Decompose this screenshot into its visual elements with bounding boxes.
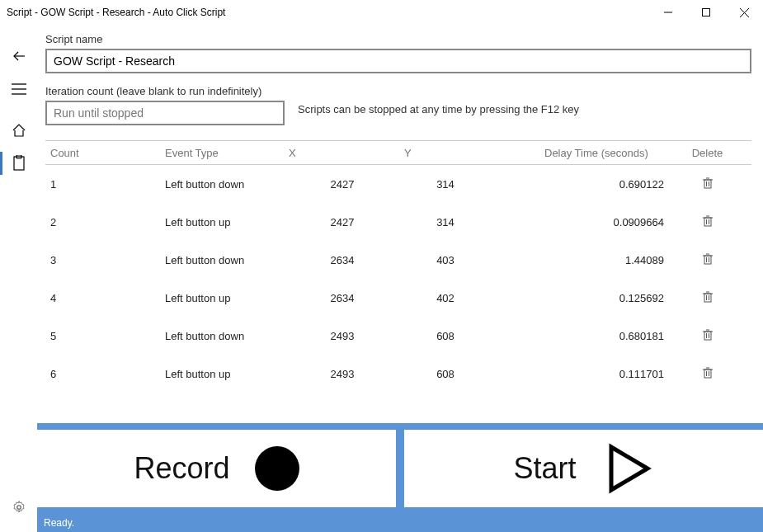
cell-event: Left button down	[165, 254, 289, 266]
cell-x: 2493	[289, 330, 404, 342]
header-delete: Delete	[672, 147, 742, 159]
start-button[interactable]: Start	[404, 430, 763, 507]
cell-count: 4	[45, 292, 165, 304]
cell-count: 5	[45, 330, 165, 342]
cell-delay: 0.0909664	[544, 216, 672, 228]
cell-count: 2	[45, 216, 165, 228]
table-header: Count Event Type X Y Delay Time (seconds…	[45, 140, 751, 165]
cell-y: 402	[404, 292, 544, 304]
cell-delete	[672, 215, 742, 229]
cell-event: Left button up	[165, 368, 289, 380]
settings-button[interactable]	[0, 491, 37, 524]
cell-delay: 0.111701	[544, 368, 672, 380]
script-name-input[interactable]	[45, 49, 751, 73]
svg-rect-16	[704, 218, 711, 226]
main-panel: Script name Iteration count (leave blank…	[37, 25, 763, 532]
svg-rect-1	[703, 9, 710, 16]
cell-delay: 0.125692	[544, 292, 672, 304]
table-row[interactable]: 5Left button down24936080.680181	[45, 317, 751, 355]
cell-y: 608	[404, 368, 544, 380]
cell-delete	[672, 177, 742, 191]
close-button[interactable]	[725, 0, 763, 25]
cell-x: 2634	[289, 292, 404, 304]
cell-delay: 0.690122	[544, 178, 672, 191]
delete-row-button[interactable]	[703, 367, 713, 379]
cell-event: Left button down	[165, 178, 289, 191]
cell-count: 3	[45, 254, 165, 266]
cell-x: 2634	[289, 254, 404, 266]
cell-x: 2427	[289, 216, 404, 228]
svg-point-10	[16, 506, 21, 510]
script-name-label: Script name	[45, 33, 751, 45]
window-controls	[649, 0, 763, 25]
minimize-button[interactable]	[649, 0, 687, 25]
iteration-count-label: Iteration count (leave blank to run inde…	[45, 85, 285, 97]
delete-row-button[interactable]	[703, 291, 713, 303]
cell-delete	[672, 367, 742, 381]
home-icon	[12, 123, 26, 138]
delete-row-button[interactable]	[703, 215, 713, 227]
cell-count: 6	[45, 368, 165, 380]
bottom-panel: Record Start	[37, 423, 763, 514]
header-event-type: Event Type	[165, 147, 289, 159]
cell-x: 2427	[289, 178, 404, 191]
delete-row-button[interactable]	[703, 253, 713, 265]
svg-rect-26	[704, 294, 711, 302]
cell-y: 314	[404, 216, 544, 228]
delete-row-button[interactable]	[703, 329, 713, 341]
svg-rect-11	[704, 180, 711, 188]
header-count: Count	[45, 147, 165, 159]
menu-button[interactable]	[0, 73, 37, 106]
record-icon	[255, 446, 299, 491]
cell-count: 1	[45, 178, 165, 191]
table-row[interactable]: 3Left button down26344031.44089	[45, 241, 751, 279]
delete-row-button[interactable]	[703, 177, 713, 189]
iteration-count-input[interactable]	[45, 101, 285, 125]
cell-delete	[672, 291, 742, 305]
status-bar: Ready.	[37, 514, 763, 532]
cell-delete	[672, 329, 742, 343]
script-list-button[interactable]	[0, 147, 37, 180]
cell-y: 314	[404, 178, 544, 191]
cell-delay: 0.680181	[544, 330, 672, 342]
cell-y: 608	[404, 330, 544, 342]
maximize-button[interactable]	[687, 0, 725, 25]
window-title: Script - GOW Script - Research - Auto Cl…	[7, 7, 649, 18]
titlebar: Script - GOW Script - Research - Auto Cl…	[0, 0, 763, 25]
cell-y: 403	[404, 254, 544, 266]
record-label: Record	[134, 451, 229, 486]
events-table: Count Event Type X Y Delay Time (seconds…	[45, 140, 751, 393]
home-button[interactable]	[0, 114, 37, 147]
svg-marker-41	[611, 447, 648, 490]
svg-rect-36	[704, 370, 711, 378]
header-y: Y	[404, 147, 544, 159]
back-button[interactable]	[0, 40, 37, 73]
table-row[interactable]: 6Left button up24936080.111701	[45, 355, 751, 393]
cell-event: Left button up	[165, 292, 289, 304]
cell-x: 2493	[289, 368, 404, 380]
gear-icon	[12, 500, 26, 515]
status-text: Ready.	[44, 517, 74, 529]
svg-rect-31	[704, 332, 711, 340]
cell-event: Left button up	[165, 216, 289, 228]
back-arrow-icon	[12, 49, 26, 64]
stop-hint: Scripts can be stopped at any time by pr…	[298, 85, 579, 115]
cell-delay: 1.44089	[544, 254, 672, 266]
start-label: Start	[513, 451, 576, 486]
header-delay: Delay Time (seconds)	[544, 147, 672, 159]
cell-delete	[672, 253, 742, 267]
table-row[interactable]: 4Left button up26344020.125692	[45, 279, 751, 317]
record-button[interactable]: Record	[37, 430, 396, 507]
sidebar	[0, 25, 37, 532]
table-row[interactable]: 2Left button up24273140.0909664	[45, 203, 751, 241]
cell-event: Left button down	[165, 330, 289, 342]
clipboard-icon	[12, 155, 26, 172]
header-x: X	[289, 147, 404, 159]
svg-rect-21	[704, 256, 711, 264]
hamburger-icon	[12, 83, 26, 95]
table-row[interactable]: 1Left button down24273140.690122	[45, 165, 751, 203]
play-icon	[601, 442, 654, 495]
